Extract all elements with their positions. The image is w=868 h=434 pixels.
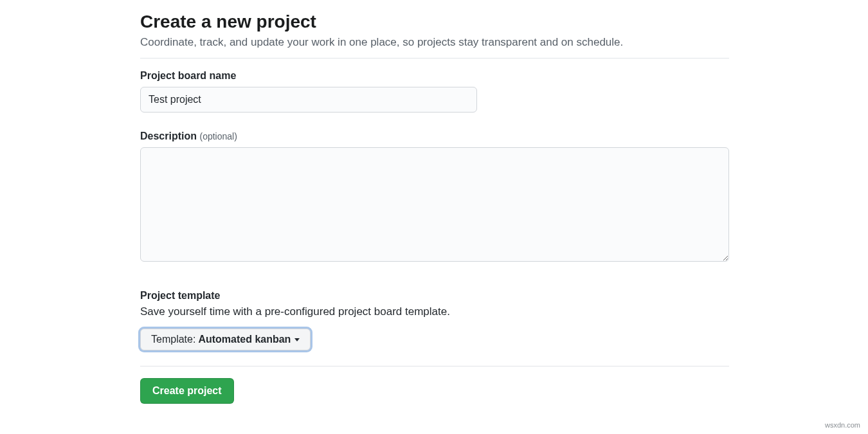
watermark: wsxdn.com [825,421,860,429]
description-label-text: Description [140,131,197,141]
template-section-desc: Save yourself time with a pre-configured… [140,305,729,318]
page-subtitle: Coordinate, track, and update your work … [140,36,729,49]
template-prefix: Template: [151,334,195,345]
divider [140,58,729,59]
description-textarea[interactable] [140,147,729,262]
caret-down-icon [294,338,300,341]
project-name-label: Project board name [140,70,729,82]
template-dropdown-button[interactable]: Template: Automated kanban [140,329,311,350]
divider [140,366,729,366]
description-label: Description (optional) [140,131,729,142]
project-name-input[interactable] [140,87,477,113]
create-project-button[interactable]: Create project [140,378,234,404]
new-project-form: Create a new project Coordinate, track, … [140,0,729,404]
template-selected-value: Automated kanban [198,334,291,345]
description-optional: (optional) [199,131,237,141]
template-section-label: Project template [140,290,729,302]
page-title: Create a new project [140,12,729,32]
